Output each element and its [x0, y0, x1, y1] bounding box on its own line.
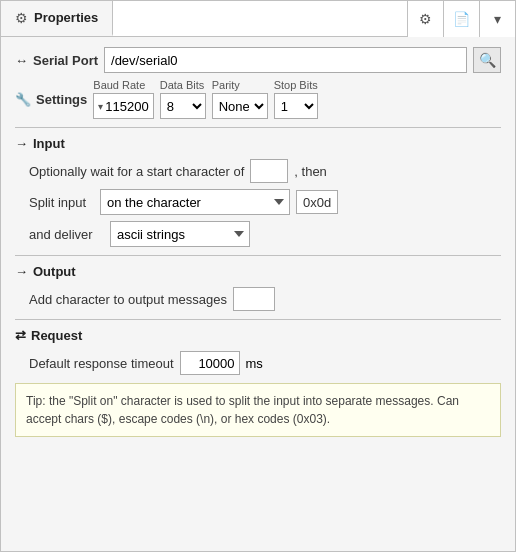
arrow-action-button[interactable]: ▾	[479, 1, 515, 37]
divider-1	[15, 127, 501, 128]
split-label: Split input	[29, 195, 94, 210]
input-icon: →	[15, 136, 28, 151]
tip-text: Tip: the "Split on" character is used to…	[26, 394, 459, 426]
tip-box: Tip: the "Split on" character is used to…	[15, 383, 501, 437]
request-section: ⇄ Request Default response timeout ms	[15, 328, 501, 375]
output-indent: Add character to output messages	[15, 287, 501, 311]
serial-port-icon: ↔	[15, 53, 28, 68]
properties-content: ↔ Serial Port 🔍 🔧 Settings Baud Rate ▾ 1…	[1, 37, 515, 551]
stop-bits-group: Stop Bits 1 1.5 2	[274, 79, 318, 119]
hex-value-display: 0x0d	[296, 190, 338, 214]
timeout-label: Default response timeout	[29, 356, 174, 371]
add-char-row: Add character to output messages	[29, 287, 501, 311]
input-section-label: → Input	[15, 136, 65, 151]
input-section-header: → Input	[15, 136, 501, 151]
add-char-label: Add character to output messages	[29, 292, 227, 307]
title-bar: ⚙ Properties ⚙ 📄 ▾	[1, 1, 515, 37]
ms-label: ms	[246, 356, 263, 371]
serial-port-label: ↔ Serial Port	[15, 53, 98, 68]
window-title: Properties	[34, 10, 98, 25]
request-icon: ⇄	[15, 328, 26, 343]
deliver-row: and deliver ascii strings binary data	[29, 221, 501, 247]
settings-label: 🔧 Settings	[15, 92, 87, 107]
serial-port-input[interactable]	[104, 47, 467, 73]
add-char-input[interactable]	[233, 287, 275, 311]
baud-rate-group: Baud Rate ▾ 115200	[93, 79, 153, 119]
output-icon: →	[15, 264, 28, 279]
parity-label: Parity	[212, 79, 268, 91]
baud-dropdown-arrow: ▾	[98, 101, 103, 112]
title-gear-icon: ⚙	[15, 10, 28, 26]
start-char-input[interactable]	[250, 159, 288, 183]
split-select[interactable]: on the character after bytes on timeout	[100, 189, 290, 215]
stop-bits-select[interactable]: 1 1.5 2	[274, 93, 318, 119]
data-bits-group: Data Bits 8 7 6 5	[160, 79, 206, 119]
deliver-select[interactable]: ascii strings binary data	[110, 221, 250, 247]
timeout-input[interactable]	[180, 351, 240, 375]
title-tab: ⚙ Properties	[1, 1, 113, 36]
gear-action-button[interactable]: ⚙	[407, 1, 443, 37]
timeout-row: Default response timeout ms	[29, 351, 501, 375]
divider-3	[15, 319, 501, 320]
then-text: , then	[294, 164, 327, 179]
input-section: → Input Optionally wait for a start char…	[15, 136, 501, 247]
request-indent: Default response timeout ms	[15, 351, 501, 375]
deliver-label: and deliver	[29, 227, 104, 242]
data-bits-label: Data Bits	[160, 79, 206, 91]
title-actions: ⚙ 📄 ▾	[407, 1, 515, 36]
serial-port-row: ↔ Serial Port 🔍	[15, 47, 501, 73]
divider-2	[15, 255, 501, 256]
baud-rate-dropdown[interactable]: ▾ 115200	[93, 93, 153, 119]
properties-window: ⚙ Properties ⚙ 📄 ▾ ↔ Serial Port 🔍 🔧 Se	[0, 0, 516, 552]
wrench-icon: 🔧	[15, 92, 31, 107]
optional-text: Optionally wait for a start character of	[29, 164, 244, 179]
optional-row: Optionally wait for a start character of…	[29, 159, 501, 183]
split-row: Split input on the character after bytes…	[29, 189, 501, 215]
parity-group: Parity None Even Odd	[212, 79, 268, 119]
output-section-header: → Output	[15, 264, 501, 279]
baud-rate-label: Baud Rate	[93, 79, 153, 91]
baud-rate-value: 115200	[105, 99, 148, 114]
input-indent: Optionally wait for a start character of…	[15, 159, 501, 247]
request-section-label: ⇄ Request	[15, 328, 82, 343]
output-section-label: → Output	[15, 264, 76, 279]
search-icon: 🔍	[479, 52, 496, 68]
parity-select[interactable]: None Even Odd	[212, 93, 268, 119]
output-section: → Output Add character to output message…	[15, 264, 501, 311]
settings-row: 🔧 Settings Baud Rate ▾ 115200 Data Bits …	[15, 79, 501, 119]
request-section-header: ⇄ Request	[15, 328, 501, 343]
serial-port-search-button[interactable]: 🔍	[473, 47, 501, 73]
stop-bits-label: Stop Bits	[274, 79, 318, 91]
data-bits-select[interactable]: 8 7 6 5	[160, 93, 206, 119]
doc-action-button[interactable]: 📄	[443, 1, 479, 37]
